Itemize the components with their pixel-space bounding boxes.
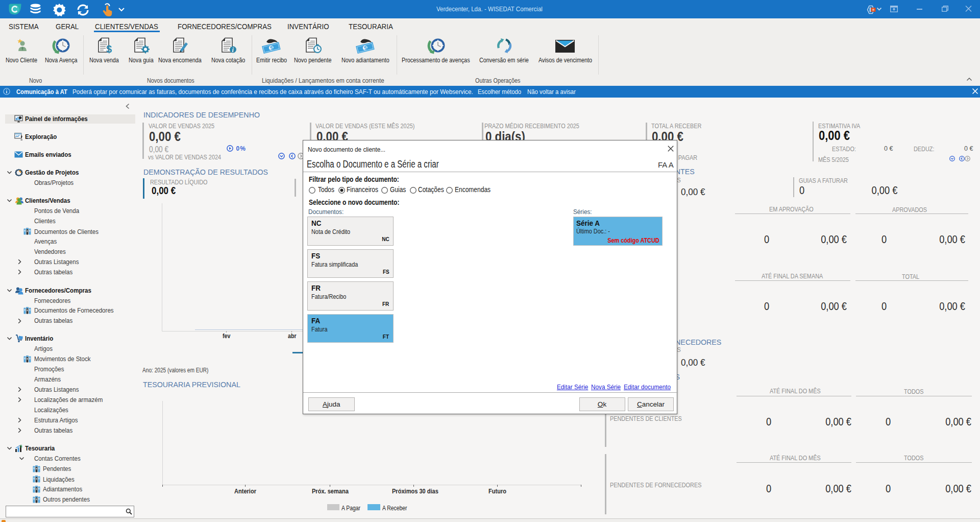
svg-text:$: $ [106,43,112,55]
svg-text:$: $ [20,444,22,448]
